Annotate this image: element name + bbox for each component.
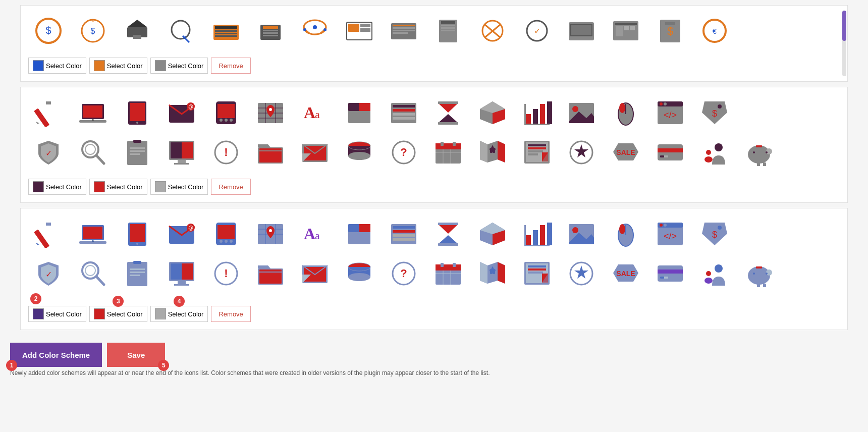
svg-point-174 — [706, 150, 711, 155]
badge-1: 1 — [6, 360, 17, 371]
icon-pencil — [28, 95, 69, 130]
svg-rect-64 — [130, 103, 145, 121]
svg-point-182 — [753, 151, 755, 153]
svg-rect-34 — [441, 21, 455, 24]
icon-database — [339, 134, 379, 170]
icon-notes-blue — [517, 255, 557, 291]
svg-rect-161 — [528, 150, 543, 152]
svg-point-301 — [748, 266, 770, 285]
svg-marker-57 — [36, 122, 39, 124]
color-swatch-bot-1 — [33, 308, 44, 319]
scroll-thumb — [842, 11, 846, 41]
color-swatch-btn-bot-3[interactable]: Select Color — [150, 306, 208, 322]
svg-rect-159 — [528, 144, 546, 146]
icon-row-top-1: $ $ — [28, 13, 840, 48]
svg-rect-131 — [178, 160, 186, 163]
color-swatch-btn-mid-3[interactable]: Select Color — [150, 179, 208, 195]
svg-rect-26 — [360, 24, 370, 27]
icon-cell: € — [694, 13, 735, 48]
svg-rect-285 — [528, 265, 546, 267]
save-button[interactable]: Save — [107, 343, 165, 367]
svg-rect-170 — [658, 148, 683, 152]
icon-laptop-blue — [73, 216, 113, 251]
scrollbar[interactable] — [842, 11, 846, 76]
color-swatch-mid-1 — [33, 181, 44, 192]
icon-cell — [161, 13, 202, 48]
icon-cell — [606, 13, 646, 48]
svg-point-206 — [269, 229, 272, 232]
svg-rect-13 — [215, 33, 237, 34]
color-swatch-btn-3[interactable]: Select Color — [150, 58, 208, 74]
svg-rect-99 — [533, 109, 538, 124]
icon-cell — [206, 13, 246, 48]
icon-circle-dollar: $ — [33, 17, 64, 45]
svg-point-236 — [619, 224, 625, 234]
svg-point-72 — [225, 119, 228, 122]
svg-rect-252 — [130, 272, 145, 273]
svg-rect-87 — [393, 105, 415, 107]
svg-point-300 — [704, 278, 713, 284]
color-swatch-mid-2 — [94, 181, 105, 192]
svg-rect-303 — [757, 284, 760, 287]
bottom-controls: 1 Add Color Scheme Save 5 — [0, 335, 868, 369]
svg-point-113 — [660, 102, 663, 105]
icon-phone — [206, 95, 246, 130]
svg-rect-103 — [524, 124, 550, 125]
remove-btn-bottom[interactable]: Remove — [211, 306, 250, 322]
color-swatch-btn-mid-1[interactable]: Select Color — [28, 179, 86, 195]
icon-hourglass — [428, 95, 468, 130]
svg-rect-217 — [438, 223, 458, 225]
icon-mouse-blue — [606, 216, 646, 251]
add-color-scheme-button[interactable]: Add Color Scheme — [10, 343, 102, 367]
svg-point-231 — [572, 227, 578, 233]
svg-rect-256 — [182, 263, 193, 280]
icon-phone-blue — [206, 216, 246, 251]
icon-row-mid-1: @ — [28, 95, 840, 130]
svg-rect-153 — [453, 142, 456, 146]
color-swatch-btn-mid-2[interactable]: Select Color — [89, 179, 147, 195]
svg-rect-16 — [263, 26, 278, 29]
svg-rect-100 — [540, 104, 545, 124]
svg-rect-85 — [359, 103, 370, 111]
svg-point-200 — [230, 240, 233, 243]
color-swatch-btn-2[interactable]: Select Color — [89, 58, 147, 74]
icon-map2-blue — [472, 255, 513, 291]
svg-rect-185 — [46, 223, 51, 226]
color-swatch-btn-bot-1[interactable]: Select Color — [28, 306, 86, 322]
icon-cell — [384, 13, 424, 48]
svg-point-143 — [348, 152, 370, 160]
remove-btn-middle[interactable]: Remove — [211, 179, 250, 195]
icon-calendar — [428, 134, 468, 170]
svg-rect-297 — [660, 277, 664, 279]
svg-point-23 — [323, 28, 327, 31]
icon-box — [472, 95, 513, 130]
svg-rect-172 — [660, 155, 664, 157]
svg-point-239 — [660, 224, 663, 227]
svg-text:a: a — [315, 108, 320, 121]
svg-rect-98 — [526, 114, 531, 124]
svg-text:@: @ — [188, 104, 193, 110]
icon-price-tag-blue: $ — [694, 216, 735, 251]
icon-window — [339, 95, 379, 130]
svg-rect-227 — [547, 223, 552, 245]
svg-rect-226 — [540, 225, 545, 245]
icon-screen-blue — [161, 255, 202, 291]
color-swatch-btn-1[interactable]: Select Color — [28, 58, 86, 74]
svg-rect-224 — [526, 235, 531, 245]
svg-rect-60 — [83, 105, 102, 118]
svg-marker-155 — [480, 141, 487, 163]
svg-point-192 — [136, 243, 138, 245]
svg-point-176 — [748, 145, 770, 164]
svg-point-80 — [269, 108, 272, 111]
svg-rect-214 — [393, 230, 415, 233]
svg-rect-295 — [658, 269, 683, 274]
svg-point-22 — [303, 28, 306, 31]
svg-point-175 — [704, 156, 713, 163]
color-swatch-2 — [94, 60, 105, 71]
remove-btn-top[interactable]: Remove — [211, 58, 250, 74]
select-color-label-mid-2: Select Color — [107, 183, 143, 191]
svg-point-298 — [715, 264, 723, 273]
svg-text:</>: </> — [664, 231, 677, 241]
color-swatch-btn-bot-2[interactable]: Select Color — [89, 306, 147, 322]
svg-rect-278 — [441, 263, 444, 267]
